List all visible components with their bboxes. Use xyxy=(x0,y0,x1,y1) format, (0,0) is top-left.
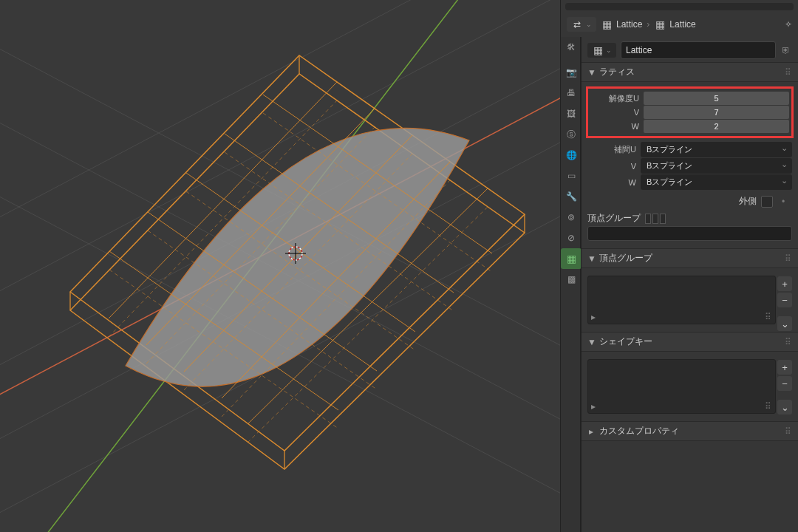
label-int-v: V xyxy=(587,162,641,171)
resolution-highlight: 解像度U 5 V 7 W 2 xyxy=(587,88,792,137)
label-outside: 外側 xyxy=(739,195,757,208)
drag-icon: ⠿ xyxy=(785,337,792,347)
properties-panel: ⌄ ⛨ ▼ ラティス ⠿ 解像度U 5 V 7 W 2 補間U Bスプ xyxy=(581,37,798,532)
vgroup-field[interactable] xyxy=(587,226,792,241)
section-vgroup-header[interactable]: ▼ 頂点グループ ⠿ xyxy=(582,248,798,268)
drag-icon: ⠿ xyxy=(785,253,792,264)
section-lattice-title: ラティス xyxy=(599,66,635,78)
tab-output[interactable]: 🖶 xyxy=(561,83,582,103)
tab-data[interactable] xyxy=(561,248,582,269)
label-res-w: W xyxy=(590,122,644,131)
decorator-icon[interactable]: • xyxy=(777,196,789,208)
fake-user-icon[interactable]: ⛨ xyxy=(780,44,792,56)
label-res-u: 解像度U xyxy=(590,93,644,104)
select-int-u[interactable]: Bスプライン xyxy=(641,142,792,157)
tab-texture[interactable]: ▩ xyxy=(561,269,582,290)
tab-viewlayer[interactable]: 🖼 xyxy=(561,103,582,124)
list-remove-button[interactable]: − xyxy=(777,293,792,307)
viewport-3d[interactable] xyxy=(0,0,560,532)
field-res-v[interactable]: 7 xyxy=(644,106,789,119)
field-res-w[interactable]: 2 xyxy=(644,120,789,133)
drag-icon: ⠿ xyxy=(765,401,772,412)
section-vgroup-body: ▸⠿ + − ⌄ xyxy=(582,268,798,332)
breadcrumb-data-label: Lattice xyxy=(669,19,695,30)
disclosure-icon: ▼ xyxy=(587,337,595,347)
drag-icon: ⠿ xyxy=(785,426,792,437)
drag-icon: ⠿ xyxy=(785,67,792,78)
tab-constraints[interactable]: ⊘ xyxy=(561,228,582,248)
pin-icon[interactable]: ✧ xyxy=(785,19,792,30)
datablock-name-input[interactable] xyxy=(621,41,776,59)
label-int-w: W xyxy=(587,178,641,187)
select-int-v[interactable]: Bスプライン xyxy=(641,158,792,174)
breadcrumb-object[interactable]: Lattice xyxy=(601,18,642,30)
label-int-u: 補間U xyxy=(587,144,641,155)
header-scrollbar[interactable] xyxy=(565,3,794,10)
link-icon: ⇄ xyxy=(571,18,583,30)
tab-tool[interactable]: 🛠 xyxy=(561,37,582,58)
section-lattice-header[interactable]: ▼ ラティス ⠿ xyxy=(582,62,798,82)
list-filter-icon[interactable]: ▸ xyxy=(591,401,596,412)
lattice-icon xyxy=(654,18,666,30)
breadcrumb-sep: › xyxy=(647,19,649,30)
drag-icon: ⠿ xyxy=(765,312,772,322)
tab-render[interactable]: 📷 xyxy=(561,62,582,83)
list-add-button[interactable]: + xyxy=(777,360,792,375)
checkbox-outside[interactable] xyxy=(761,196,773,208)
section-shapekey-header[interactable]: ▼ シェイプキー ⠿ xyxy=(582,332,798,352)
section-shapekey-title: シェイプキー xyxy=(599,335,652,348)
list-add-button[interactable]: + xyxy=(777,276,792,291)
shapekey-list[interactable]: ▸⠿ xyxy=(587,359,776,414)
breadcrumb: ⇄⌄ Lattice › Lattice ✧ xyxy=(561,12,798,37)
breadcrumb-object-label: Lattice xyxy=(616,19,642,30)
list-remove-button[interactable]: − xyxy=(777,376,792,391)
list-filter-icon[interactable]: ▸ xyxy=(591,312,596,322)
list-specials-button[interactable]: ⌄ xyxy=(777,400,792,415)
breadcrumb-data[interactable]: Lattice xyxy=(654,18,695,30)
lattice-icon xyxy=(601,18,613,30)
tab-modifiers[interactable]: 🔧 xyxy=(561,186,582,207)
vgroup-list-buttons: + − ⌄ xyxy=(777,276,792,331)
label-vgroup: 頂点グループ xyxy=(587,212,641,225)
section-custom-header[interactable]: ▸ カスタムプロパティ ⠿ xyxy=(582,421,798,441)
datablock-selector[interactable]: ⇄⌄ xyxy=(567,17,596,32)
section-custom-title: カスタムプロパティ xyxy=(599,425,679,437)
section-shapekey-body: ▸⠿ + − ⌄ xyxy=(582,352,798,421)
section-lattice-body: 解像度U 5 V 7 W 2 補間U Bスプライン V Bスプライン W Bスプ… xyxy=(582,82,798,248)
shapekey-list-buttons: + − ⌄ xyxy=(777,360,792,415)
disclosure-icon: ▼ xyxy=(587,67,595,78)
label-res-v: V xyxy=(590,108,644,117)
select-int-w[interactable]: Bスプライン xyxy=(641,174,792,190)
disclosure-icon: ▸ xyxy=(587,426,595,437)
lattice-icon xyxy=(592,44,604,56)
tab-object[interactable]: ▭ xyxy=(561,166,582,186)
datablock-name-row: ⌄ ⛨ xyxy=(582,37,798,62)
properties-header: ⇄⌄ Lattice › Lattice ✧ xyxy=(560,0,798,37)
vgroup-selector[interactable] xyxy=(645,214,666,224)
list-specials-button[interactable]: ⌄ xyxy=(777,316,792,331)
disclosure-icon: ▼ xyxy=(587,253,595,264)
section-vgroup-title: 頂点グループ xyxy=(599,252,652,265)
properties-tabs: 🛠 📷 🖶 🖼 ⓢ 🌐 ▭ 🔧 ⊚ ⊘ ▩ xyxy=(560,37,581,532)
vgroup-list[interactable]: ▸⠿ xyxy=(587,276,776,324)
datablock-browse[interactable]: ⌄ xyxy=(587,43,616,58)
tab-scene[interactable]: ⓢ xyxy=(561,124,582,145)
tab-world[interactable]: 🌐 xyxy=(561,145,582,166)
tab-physics[interactable]: ⊚ xyxy=(561,207,582,228)
field-res-u[interactable]: 5 xyxy=(644,92,789,105)
